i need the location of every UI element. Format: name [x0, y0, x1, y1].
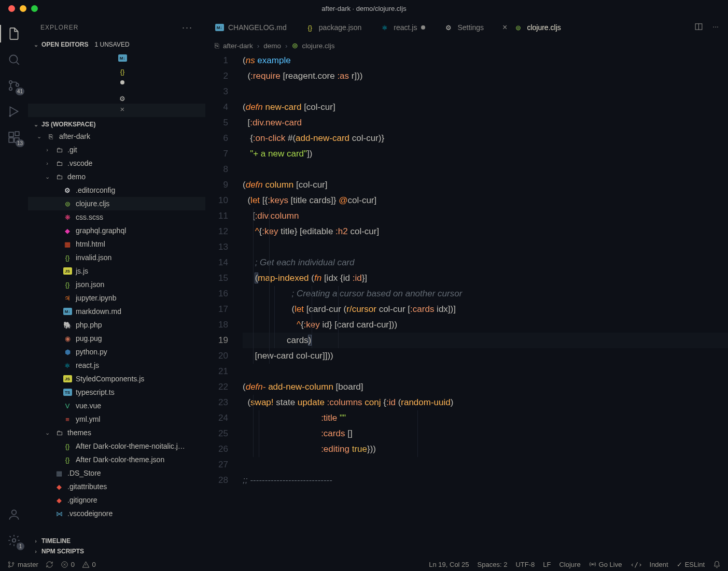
breadcrumb-item[interactable]: demo — [263, 42, 281, 50]
more-icon[interactable]: ··· — [712, 22, 719, 33]
chevron-down-icon: ⌄ — [32, 121, 39, 128]
tab[interactable]: ×⊚clojure.cljs — [493, 17, 570, 38]
folder-item[interactable]: ⌄🗀themes — [28, 426, 205, 439]
split-editor-icon[interactable] — [694, 22, 703, 33]
file-item[interactable]: ≡yml.yml — [28, 412, 205, 426]
file-item[interactable]: ❋css.scss — [28, 210, 205, 224]
open-editor-item[interactable]: {}package.json after-dark — [28, 63, 205, 77]
settings-gear-icon[interactable]: 1 — [0, 530, 28, 551]
close-window[interactable] — [8, 5, 15, 12]
npm-scripts-header[interactable]: ›NPM SCRIPTS — [28, 546, 205, 556]
file-item[interactable]: ◆.gitattributes — [28, 480, 205, 493]
folder-item[interactable]: ⌄⎘after-dark — [28, 130, 205, 143]
sidebar: EXPLORER ··· ⌄ OPEN EDITORS 1 UNSAVED M↓… — [28, 17, 205, 558]
spaces-item[interactable]: Spaces: 2 — [478, 561, 508, 568]
notifications-icon[interactable] — [713, 561, 721, 568]
tab[interactable]: {}package.json — [296, 17, 371, 38]
gear-badge: 1 — [17, 543, 24, 550]
file-icon: {} — [118, 68, 127, 76]
eol-item[interactable]: LF — [543, 561, 551, 568]
file-item[interactable]: JSStyledComponents.js — [28, 372, 205, 386]
go-live-item[interactable]: Go Live — [589, 561, 622, 568]
branch-item[interactable]: master — [7, 561, 38, 568]
file-item[interactable]: ⬢python.py — [28, 345, 205, 359]
extensions-icon[interactable]: 13 — [0, 126, 28, 148]
code-editor[interactable]: 1234567891011121314151617181920212223242… — [205, 53, 728, 558]
language-item[interactable]: Clojure — [559, 561, 580, 568]
file-item[interactable]: {}After Dark-color-theme-noitalic.j… — [28, 439, 205, 453]
folder-item[interactable]: ⌄🗀demo — [28, 170, 205, 183]
workspace-label: JS (WORKSPACE) — [41, 121, 95, 128]
tab-bar: M↓CHANGELOG.md{}package.json⚛react.js⚙Se… — [205, 17, 728, 38]
item-name: json.json — [76, 280, 104, 289]
file-item[interactable]: ◆.gitignore — [28, 493, 205, 507]
item-name: .DS_Store — [67, 469, 101, 477]
encoding-item[interactable]: UTF-8 — [515, 561, 535, 568]
file-icon: ≡ — [63, 415, 72, 424]
window-controls — [8, 5, 38, 12]
open-editor-item[interactable]: ⚛react.js after-dark · demo — [28, 77, 205, 90]
file-item[interactable]: ▦.DS_Store — [28, 466, 205, 480]
file-item[interactable]: {}After Dark-color-theme.json — [28, 453, 205, 466]
search-icon[interactable] — [0, 49, 28, 70]
eslint-item[interactable]: ✓ ESLint — [677, 561, 705, 568]
source-control-icon[interactable]: 41 — [0, 75, 28, 96]
file-item[interactable]: ⊚clojure.cljs — [28, 197, 205, 210]
debug-icon[interactable] — [0, 101, 28, 122]
explorer-title: EXPLORER — [40, 24, 78, 31]
chevron-right-icon: › — [32, 548, 39, 554]
explorer-icon[interactable] — [0, 23, 28, 45]
svg-rect-6 — [9, 138, 13, 142]
folder-item[interactable]: ›🗀.git — [28, 143, 205, 156]
indent-item[interactable]: ‹/› Indent — [630, 561, 668, 568]
file-item[interactable]: {}invalid.json — [28, 251, 205, 264]
file-item[interactable]: ⋈.vscodeignore — [28, 507, 205, 520]
tab[interactable]: M↓CHANGELOG.md — [205, 17, 296, 38]
item-name: .git — [67, 146, 77, 154]
status-bar: master 0 0 Ln 19, Col 25 Spaces: 2 UTF-8… — [0, 558, 728, 571]
tab[interactable]: ⚛react.js — [371, 17, 435, 38]
file-item[interactable]: {}json.json — [28, 278, 205, 291]
timeline-header[interactable]: ›TIMELINE — [28, 536, 205, 546]
file-item[interactable]: M↓markdown.md — [28, 305, 205, 318]
svg-point-0 — [9, 55, 17, 63]
tab[interactable]: ⚙Settings — [435, 17, 493, 38]
file-icon: JS — [63, 374, 72, 383]
open-editor-item[interactable]: ×⊚clojure.cljs after-dark · demo — [28, 104, 205, 117]
breadcrumb[interactable]: ⎘ after-dark › demo › ⊚ clojure.cljs — [205, 38, 728, 53]
file-item[interactable]: ◆graphql.graphql — [28, 224, 205, 237]
code-body[interactable]: (ns example (:require [reagent.core :as … — [243, 53, 728, 558]
close-icon[interactable]: × — [502, 23, 507, 32]
minimize-window[interactable] — [20, 5, 26, 12]
open-editor-item[interactable]: M↓CHANGELOG.md after-dark — [28, 50, 205, 63]
file-item[interactable]: JSjs.js — [28, 264, 205, 278]
sync-icon[interactable] — [46, 561, 53, 568]
maximize-window[interactable] — [31, 5, 38, 12]
eslint-label: ESLint — [685, 561, 705, 568]
open-editors-header[interactable]: ⌄ OPEN EDITORS 1 UNSAVED — [28, 39, 205, 50]
close-icon[interactable]: × — [118, 105, 127, 113]
tab-label: react.js — [394, 23, 417, 32]
breadcrumb-item[interactable]: after-dark — [223, 42, 253, 50]
file-item[interactable]: TStypescript.ts — [28, 386, 205, 399]
chevron-right-icon: › — [32, 538, 39, 544]
more-icon[interactable]: ··· — [182, 22, 193, 33]
breadcrumb-item[interactable]: clojure.cljs — [302, 42, 335, 50]
account-icon[interactable] — [0, 504, 28, 525]
workspace-header[interactable]: ⌄ JS (WORKSPACE) — [28, 119, 205, 130]
file-item[interactable]: Vvue.vue — [28, 399, 205, 412]
cursor-position[interactable]: Ln 19, Col 25 — [429, 561, 469, 568]
open-editor-item[interactable]: ⚙Settings — [28, 90, 205, 104]
file-item[interactable]: ⚛react.js — [28, 359, 205, 372]
chevron-right-icon: › — [44, 147, 51, 153]
item-name: StyledComponents.js — [76, 375, 144, 383]
file-item[interactable]: ♃jupyter.ipynb — [28, 291, 205, 305]
item-name: After Dark-color-theme.json — [76, 455, 164, 464]
file-icon: ◆ — [54, 482, 64, 491]
file-item[interactable]: ◉pug.pug — [28, 332, 205, 345]
file-item[interactable]: ▦html.html — [28, 237, 205, 251]
file-item[interactable]: 🐘php.php — [28, 318, 205, 332]
file-item[interactable]: ⚙.editorconfig — [28, 183, 205, 197]
problems-item[interactable]: 0 0 — [61, 561, 96, 568]
folder-item[interactable]: ›🗀.vscode — [28, 156, 205, 170]
